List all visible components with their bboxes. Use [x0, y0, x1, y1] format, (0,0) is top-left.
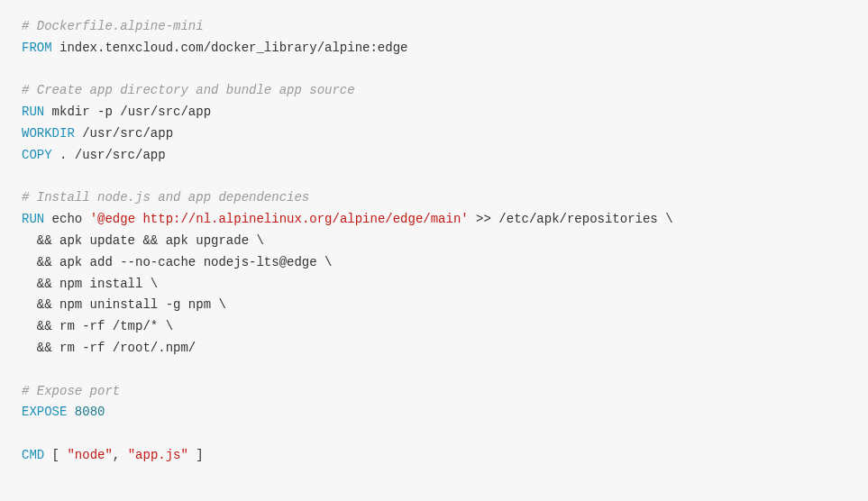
bracket-text: ]: [188, 448, 204, 462]
echo-text: echo: [44, 212, 89, 226]
comment-line: # Create app directory and bundle app so…: [22, 83, 355, 97]
cmd-keyword: CMD: [22, 448, 44, 462]
comment-line: # Dockerfile.alpine-mini: [22, 19, 204, 33]
run-keyword: RUN: [22, 212, 44, 226]
space: [67, 405, 74, 419]
port-number: 8080: [75, 405, 105, 419]
comment-line: # Expose port: [22, 384, 120, 398]
continuation-line: && rm -rf /root/.npm/: [22, 341, 196, 355]
comment-line: # Install node.js and app dependencies: [22, 190, 309, 205]
workdir-value: /usr/src/app: [75, 126, 173, 141]
redirect-text: >> /etc/apk/repositories \: [469, 212, 673, 226]
continuation-line: && apk update && apk upgrade \: [22, 233, 264, 248]
expose-keyword: EXPOSE: [22, 405, 67, 419]
continuation-line: && apk add --no-cache nodejs-lts@edge \: [22, 255, 332, 269]
copy-value: . /usr/src/app: [52, 148, 166, 162]
run-value: mkdir -p /usr/src/app: [44, 105, 211, 119]
continuation-line: && npm install \: [22, 277, 158, 291]
comma-text: ,: [113, 448, 128, 462]
from-keyword: FROM: [22, 41, 52, 55]
copy-keyword: COPY: [22, 148, 52, 162]
string-literal: "node": [67, 448, 112, 462]
continuation-line: && rm -rf /tmp/* \: [22, 319, 173, 333]
bracket-text: [: [44, 448, 67, 462]
continuation-line: && npm uninstall -g npm \: [22, 297, 226, 312]
workdir-keyword: WORKDIR: [22, 126, 75, 141]
string-literal: "app.js": [128, 448, 188, 462]
dockerfile-code-block: # Dockerfile.alpine-mini FROM index.tenx…: [22, 16, 846, 467]
string-literal: '@edge http://nl.alpinelinux.org/alpine/…: [90, 212, 469, 226]
run-keyword: RUN: [22, 105, 44, 119]
from-value: index.tenxcloud.com/docker_library/alpin…: [52, 41, 408, 55]
